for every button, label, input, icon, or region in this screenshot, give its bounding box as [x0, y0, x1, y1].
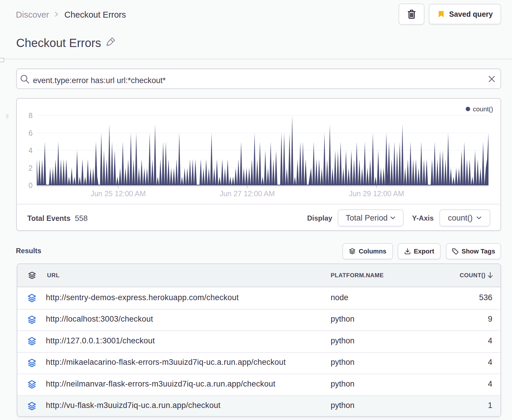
svg-text:6: 6 — [29, 129, 33, 137]
svg-text:Jun 29 12:00 AM: Jun 29 12:00 AM — [349, 189, 404, 198]
svg-text:count(): count() — [473, 105, 493, 113]
svg-text:Jun 27 12:00 AM: Jun 27 12:00 AM — [220, 189, 275, 198]
svg-text:Jun 25 12:00 AM: Jun 25 12:00 AM — [91, 189, 146, 198]
svg-text:4: 4 — [29, 146, 33, 154]
svg-text:0: 0 — [29, 181, 33, 189]
svg-text:2: 2 — [29, 164, 33, 172]
svg-text:8: 8 — [29, 111, 33, 120]
